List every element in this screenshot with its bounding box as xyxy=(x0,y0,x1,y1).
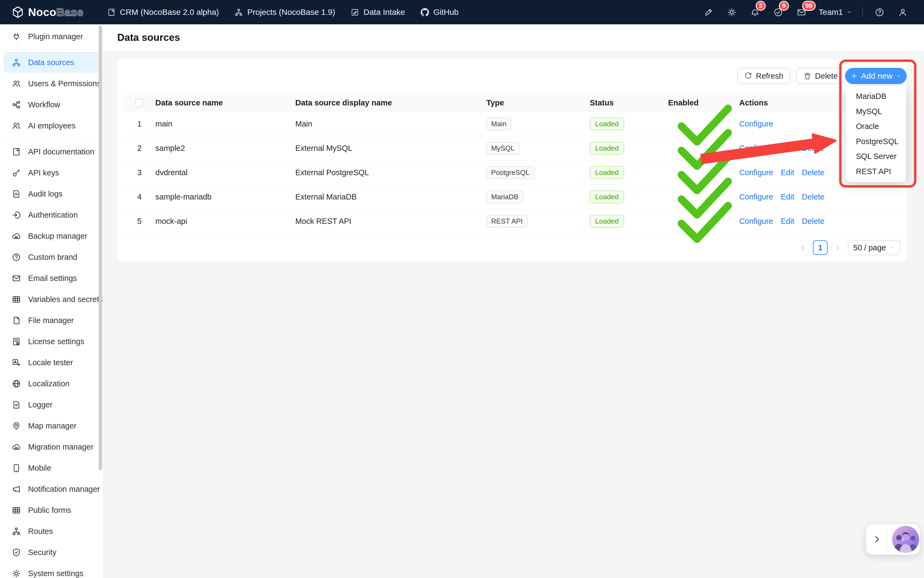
ai-employees-launcher xyxy=(866,524,920,555)
mobile-icon xyxy=(12,464,21,472)
action-link[interactable]: Edit xyxy=(781,193,794,201)
sidebar-item[interactable]: Email settings xyxy=(0,268,103,289)
dropdown-item[interactable]: SQL Server xyxy=(846,149,906,164)
row-actions: Configure Edit Delete xyxy=(739,193,900,201)
topbar-tool-button[interactable] xyxy=(724,4,740,20)
sidebar-item[interactable]: Notification manager xyxy=(0,479,103,500)
action-link[interactable]: Configure xyxy=(739,217,773,226)
sidebar-item[interactable]: Plugin manager xyxy=(0,26,103,47)
sidebar-item[interactable]: Audit logs xyxy=(0,183,103,205)
sidebar-item[interactable]: License settings xyxy=(0,331,103,352)
sidebar-menu: Plugin manager Data sources Users & Perm… xyxy=(0,24,103,578)
sidebar-item-label: Plugin manager xyxy=(28,32,83,41)
column-header-name: Data source name xyxy=(155,94,295,112)
sidebar-scrollbar[interactable] xyxy=(99,26,102,471)
nocobase-logo[interactable]: NocoBase xyxy=(11,6,84,19)
topbar-menu-item[interactable]: Data Intake xyxy=(351,8,405,17)
sidebar-item[interactable]: Localization xyxy=(0,373,103,394)
user-menu-button[interactable] xyxy=(895,4,911,20)
dropdown-item[interactable]: MySQL xyxy=(846,104,906,119)
sidebar-item[interactable]: API documentation xyxy=(0,141,103,162)
page-title: Data sources xyxy=(117,32,180,43)
action-link[interactable]: Edit xyxy=(781,144,794,153)
sidebar-item[interactable]: AI employees xyxy=(0,115,103,136)
prev-page-icon[interactable] xyxy=(799,244,806,252)
sidebar-item[interactable]: Workflow xyxy=(0,94,103,115)
sidebar-item[interactable]: Public forms xyxy=(0,500,103,521)
sidebar-item-label: Security xyxy=(28,548,57,557)
globe-icon xyxy=(12,379,21,388)
delete-button[interactable]: Delete xyxy=(796,68,845,84)
sidebar-item[interactable]: Backup manager xyxy=(0,226,103,247)
pagination: 1 50 / page xyxy=(799,240,900,256)
enabled-check-icon xyxy=(668,186,739,257)
sidebar-item-label: Migration manager xyxy=(28,443,94,451)
sidebar-item[interactable]: Migration manager xyxy=(0,436,103,458)
table-header-row: Data source name Data source display nam… xyxy=(123,94,900,112)
table-row: 4 sample-mariadb External MariaDB MariaD… xyxy=(123,185,900,209)
topbar-menu-label: Data Intake xyxy=(363,8,405,17)
sidebar-item-label: Audit logs xyxy=(28,190,62,198)
sidebar-item[interactable]: Data sources xyxy=(3,52,99,73)
action-link[interactable]: Configure xyxy=(739,168,773,177)
sidebar-item[interactable]: Mobile xyxy=(0,458,103,479)
action-link[interactable]: Delete xyxy=(802,217,825,226)
page-number[interactable]: 1 xyxy=(813,240,827,255)
action-link[interactable]: Edit xyxy=(781,217,794,226)
sidebar-item[interactable]: API keys xyxy=(0,162,103,183)
topbar-tool-button[interactable] xyxy=(701,4,717,20)
sidebar-item[interactable]: Security xyxy=(0,542,103,563)
team-switcher[interactable]: Team1 xyxy=(819,8,852,17)
page-size-select[interactable]: 50 / page xyxy=(848,240,900,255)
sidebar-item[interactable]: File manager xyxy=(0,310,103,331)
add-new-button[interactable]: Add new xyxy=(845,68,907,84)
sidebar-item[interactable]: Locale tester xyxy=(0,352,103,373)
notification-button[interactable]: 3 xyxy=(747,4,763,20)
sidebar-item[interactable]: Custom brand xyxy=(0,247,103,268)
action-link[interactable]: Configure xyxy=(739,144,773,153)
status-badge: Loaded xyxy=(590,191,624,204)
status-badge: Loaded xyxy=(590,118,624,131)
cluster-icon xyxy=(12,58,21,67)
question-circle-icon xyxy=(12,253,21,262)
topbar-menu-item[interactable]: Projects (NocoBase 1.9) xyxy=(235,8,335,17)
sidebar-item[interactable]: Authentication xyxy=(0,205,103,226)
sidebar-item[interactable]: Users & Permissions xyxy=(0,73,103,94)
next-page-icon[interactable] xyxy=(834,244,841,252)
sidebar-item[interactable]: Map manager xyxy=(0,415,103,436)
action-link[interactable]: Delete xyxy=(802,168,825,177)
topbar-menu-item[interactable]: CRM (NocoBase 2.0 alpha) xyxy=(107,8,219,17)
topbar-menu-item[interactable]: GitHub xyxy=(421,8,458,17)
notification-button[interactable]: 9 xyxy=(770,4,786,20)
sidebar-item[interactable]: Variables and secrets xyxy=(0,289,103,310)
file-text-icon xyxy=(12,190,21,198)
topbar-right: 3 9 98 Team1 xyxy=(697,4,914,20)
dropdown-item[interactable]: Oracle xyxy=(846,119,906,134)
column-header-enabled: Enabled xyxy=(668,94,739,112)
action-link[interactable]: Delete xyxy=(802,193,825,201)
action-link[interactable]: Edit xyxy=(781,168,794,177)
sidebar-item[interactable]: Routes xyxy=(0,521,103,542)
action-link[interactable]: Configure xyxy=(739,193,773,201)
dropdown-item[interactable]: REST API xyxy=(846,164,906,179)
chevron-right-icon[interactable] xyxy=(872,534,882,544)
shield-icon xyxy=(12,548,21,557)
locale-icon xyxy=(12,358,21,367)
sidebar-item[interactable]: System settings xyxy=(0,563,103,578)
help-button[interactable] xyxy=(871,4,888,20)
sidebar-item[interactable]: Logger xyxy=(0,394,103,415)
action-link[interactable]: Delete xyxy=(802,144,825,153)
notification-button[interactable]: 98 xyxy=(793,4,810,20)
ai-employees-avatar[interactable] xyxy=(892,526,919,553)
dropdown-item[interactable]: PostgreSQL xyxy=(846,134,906,149)
dropdown-item[interactable]: MariaDB xyxy=(846,89,906,104)
action-link[interactable]: Configure xyxy=(739,120,773,128)
row-index: 1 xyxy=(123,120,155,128)
file-text-icon xyxy=(12,400,21,409)
cell-data-source-name: mock-api xyxy=(155,217,295,226)
topbar: NocoBase CRM (NocoBase 2.0 alpha) Projec… xyxy=(0,0,924,24)
notification-badge: 98 xyxy=(802,1,816,11)
status-badge: Loaded xyxy=(590,215,624,228)
select-all-checkbox[interactable] xyxy=(135,99,144,107)
refresh-button[interactable]: Refresh xyxy=(737,68,790,84)
